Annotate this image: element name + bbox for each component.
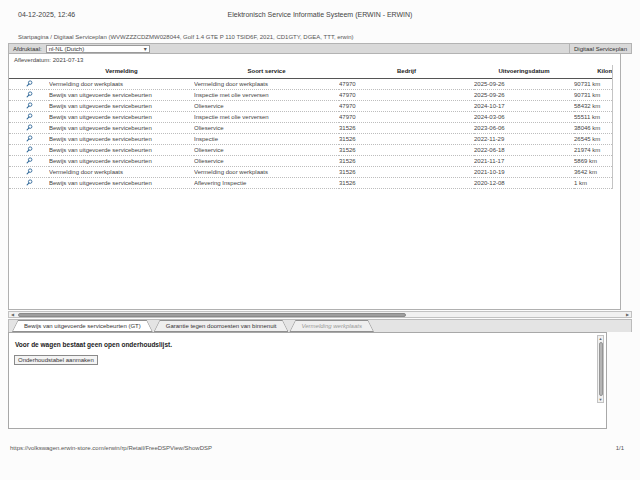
magnifier-icon bbox=[26, 135, 33, 142]
cell-vermelding: Bewijs van uitgevoerde servicebeurten bbox=[49, 144, 194, 155]
cell-vermelding: Bewijs van uitgevoerde servicebeurten bbox=[49, 133, 194, 144]
magnifier-icon bbox=[26, 146, 33, 153]
scroll-right-arrow-icon[interactable]: ▶ bbox=[624, 312, 631, 317]
cell-bedrijf: 31526 bbox=[339, 177, 474, 188]
magnifier-icon bbox=[26, 91, 33, 98]
breadcrumb: Startpagina / Digitaal Serviceplan (WVWZ… bbox=[18, 34, 354, 40]
row-details-button[interactable] bbox=[26, 157, 33, 164]
cell-kilometerstand: 38046 km bbox=[574, 122, 613, 133]
cell-kilometerstand: 21974 km bbox=[574, 144, 613, 155]
cell-bedrijf: 31526 bbox=[339, 122, 474, 133]
cell-bedrijf: 47970 bbox=[339, 78, 474, 89]
cell-bedrijf: 47970 bbox=[339, 89, 474, 100]
cell-details bbox=[9, 89, 49, 100]
cell-soort-service: Olieservice bbox=[194, 155, 339, 166]
scroll-left-arrow-icon[interactable]: ◀ bbox=[9, 312, 16, 317]
cell-vermelding: Bewijs van uitgevoerde servicebeurten bbox=[49, 111, 194, 122]
no-open-maintenance-message: Voor de wagen bestaat geen open onderhou… bbox=[9, 333, 606, 348]
cell-details bbox=[9, 111, 49, 122]
row-details-button[interactable] bbox=[26, 124, 33, 131]
column-header-soort-service: Soort service bbox=[194, 65, 339, 78]
cell-soort-service: Olieservice bbox=[194, 100, 339, 111]
cell-uitvoeringsdatum: 2025-09-26 bbox=[474, 78, 574, 89]
print-language-select[interactable]: nl-NL (Dutch) ▾ bbox=[46, 45, 150, 53]
horizontal-scrollbar[interactable]: ◀ ▶ bbox=[8, 311, 632, 318]
row-details-button[interactable] bbox=[26, 146, 33, 153]
cell-uitvoeringsdatum: 2024-10-17 bbox=[474, 100, 574, 111]
cell-details bbox=[9, 133, 49, 144]
cell-kilometerstand: 26545 km bbox=[574, 133, 613, 144]
cell-vermelding: Bewijs van uitgevoerde servicebeurten bbox=[49, 155, 194, 166]
column-header-icon bbox=[9, 65, 49, 78]
tab-vermelding-werkplaats[interactable]: Vermelding werkplaats bbox=[289, 320, 373, 332]
cell-kilometerstand: 55511 km bbox=[574, 111, 613, 122]
row-details-button[interactable] bbox=[26, 102, 33, 109]
service-plan-panel: Afleverdatum: 2021-07-13 Vermelding Soor… bbox=[8, 54, 621, 310]
magnifier-icon bbox=[26, 168, 33, 175]
row-details-button[interactable] bbox=[26, 80, 33, 87]
cell-soort-service: Vermelding door werkplaats bbox=[194, 166, 339, 177]
cell-soort-service: Inspectie bbox=[194, 133, 339, 144]
maintenance-panel: Voor de wagen bestaat geen open onderhou… bbox=[8, 332, 607, 429]
cell-details bbox=[9, 177, 49, 188]
cell-kilometerstand: 1 km bbox=[574, 177, 613, 188]
cell-kilometerstand: 3642 km bbox=[574, 166, 613, 177]
tab-label: Bewijs van uitgevoerde servicebeurten (G… bbox=[24, 323, 141, 329]
create-maintenance-table-button[interactable]: Onderhoudstabel aanmaken bbox=[14, 355, 98, 365]
cell-uitvoeringsdatum: 2023-06-06 bbox=[474, 122, 574, 133]
table-row: Bewijs van uitgevoerde servicebeurten In… bbox=[9, 133, 613, 144]
cell-soort-service: Vermelding door werkplaats bbox=[194, 78, 339, 89]
tab-garantie-doorroesten[interactable]: Garantie tegen doorroesten van binnenuit bbox=[154, 320, 289, 332]
scroll-up-arrow-icon[interactable]: ▲ bbox=[598, 336, 603, 341]
magnifier-icon bbox=[26, 113, 33, 120]
magnifier-icon bbox=[26, 124, 33, 131]
cell-bedrijf: 47970 bbox=[339, 100, 474, 111]
tab-label: Vermelding werkplaats bbox=[301, 323, 361, 329]
column-header-kilometerstand: Kilometerstand bbox=[574, 65, 613, 78]
row-details-button[interactable] bbox=[26, 168, 33, 175]
row-details-button[interactable] bbox=[26, 91, 33, 98]
tab-bewijs-servicebeurten[interactable]: Bewijs van uitgevoerde servicebeurten (G… bbox=[12, 320, 153, 332]
cell-soort-service: Olieservice bbox=[194, 144, 339, 155]
table-header-row: Vermelding Soort service Bedrijf Uitvoer… bbox=[9, 65, 613, 78]
cell-vermelding: Bewijs van uitgevoerde servicebeurten bbox=[49, 100, 194, 111]
service-table-body: Vermelding door werkplaats Vermelding do… bbox=[9, 78, 613, 188]
print-language-value: nl-NL (Dutch) bbox=[49, 46, 84, 52]
scroll-down-arrow-icon[interactable]: ▼ bbox=[598, 397, 603, 402]
page-title: Elektronisch Service Informatie Systeem … bbox=[0, 11, 640, 18]
cell-details bbox=[9, 144, 49, 155]
cell-bedrijf: 31526 bbox=[339, 144, 474, 155]
cell-uitvoeringsdatum: 2022-11-29 bbox=[474, 133, 574, 144]
cell-vermelding: Vermelding door werkplaats bbox=[49, 78, 194, 89]
footer-page-number: 1/1 bbox=[616, 445, 624, 451]
cell-kilometerstand: 90731 km bbox=[574, 89, 613, 100]
tab-label: Garantie tegen doorroesten van binnenuit bbox=[166, 323, 277, 329]
cell-details bbox=[9, 78, 49, 89]
row-details-button[interactable] bbox=[26, 135, 33, 142]
footer-url: https://volkswagen.erwin-store.com/erwin… bbox=[10, 445, 212, 451]
cell-kilometerstand: 5869 km bbox=[574, 155, 613, 166]
cell-uitvoeringsdatum: 2020-12-08 bbox=[474, 177, 574, 188]
cell-kilometerstand: 90731 km bbox=[574, 78, 613, 89]
cell-details bbox=[9, 100, 49, 111]
cell-bedrijf: 31526 bbox=[339, 166, 474, 177]
magnifier-icon bbox=[26, 157, 33, 164]
horizontal-scrollbar-thumb[interactable] bbox=[18, 313, 406, 317]
row-details-button[interactable] bbox=[26, 113, 33, 120]
cell-bedrijf: 31526 bbox=[339, 155, 474, 166]
cell-kilometerstand: 58432 km bbox=[574, 100, 613, 111]
print-language-label: Afdruktaal: bbox=[13, 46, 42, 52]
row-details-button[interactable] bbox=[26, 179, 33, 186]
cell-soort-service: Inspectie met olie verversen bbox=[194, 111, 339, 122]
delivery-date-label: Afleverdatum: bbox=[14, 57, 51, 63]
table-row: Bewijs van uitgevoerde servicebeurten In… bbox=[9, 111, 613, 122]
vertical-scrollbar-thumb[interactable] bbox=[599, 342, 603, 396]
table-row: Vermelding door werkplaats Vermelding do… bbox=[9, 166, 613, 177]
chevron-down-icon: ▾ bbox=[144, 46, 147, 52]
cell-bedrijf: 31526 bbox=[339, 133, 474, 144]
vertical-scrollbar[interactable]: ▲ ▼ bbox=[597, 335, 604, 403]
table-row: Bewijs van uitgevoerde servicebeurten Ol… bbox=[9, 144, 613, 155]
delivery-date: Afleverdatum: 2021-07-13 bbox=[9, 54, 620, 65]
column-header-vermelding: Vermelding bbox=[49, 65, 194, 78]
cell-uitvoeringsdatum: 2021-11-17 bbox=[474, 155, 574, 166]
